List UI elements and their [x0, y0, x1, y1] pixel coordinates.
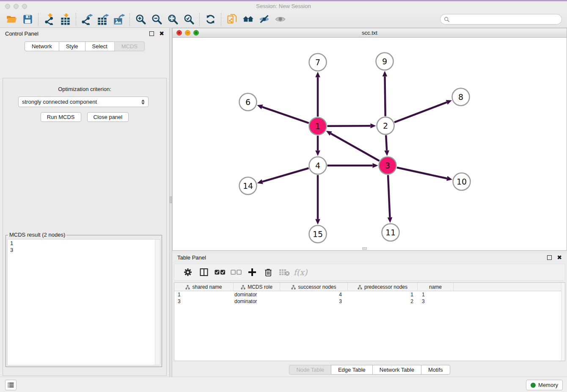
- hide-selected-icon[interactable]: [256, 12, 272, 27]
- memory-button[interactable]: Memory: [526, 380, 563, 390]
- table-row[interactable]: 3dominator323: [174, 298, 565, 305]
- table-cell[interactable]: dominator: [234, 291, 280, 298]
- tab-mcds[interactable]: MCDS: [114, 41, 145, 51]
- zoom-selected-icon[interactable]: [181, 12, 197, 27]
- edge-arrowhead: [373, 163, 378, 168]
- node-table[interactable]: shared nameMCDS rolesuccessor nodesprede…: [174, 282, 565, 361]
- run-mcds-button[interactable]: Run MCDS: [41, 112, 81, 122]
- table-row[interactable]: 1dominator411: [174, 291, 565, 298]
- network-graph: 7968124314101511: [173, 38, 567, 250]
- toolbar-separator: [38, 13, 39, 26]
- list-icon: [8, 382, 14, 388]
- network-window-titlebar[interactable]: × – + scc.txt: [173, 28, 567, 38]
- optimization-criterion-label: Optimization criterion:: [3, 86, 166, 92]
- tab-network[interactable]: Network: [25, 41, 59, 51]
- graph-edge-1-6[interactable]: [262, 107, 309, 123]
- table-panel-title: Table Panel: [177, 254, 206, 261]
- network-canvas[interactable]: 7968124314101511: [173, 38, 567, 250]
- toggle-column-display-icon[interactable]: [197, 265, 211, 279]
- canvas-splitter-handle[interactable]: [362, 247, 367, 250]
- table-cell[interactable]: dominator: [234, 298, 280, 305]
- graph-node-label: 14: [243, 181, 253, 190]
- table-cell[interactable]: 1: [418, 291, 454, 298]
- zoom-fit-icon[interactable]: [165, 12, 181, 27]
- status-menu-button[interactable]: [5, 380, 17, 390]
- zoom-in-icon[interactable]: [132, 12, 149, 27]
- search-input[interactable]: [450, 16, 561, 22]
- control-panel-close-icon[interactable]: ✖: [159, 30, 164, 36]
- mcds-result-item[interactable]: 1: [8, 240, 160, 246]
- edge-arrowhead: [384, 150, 389, 156]
- search-box[interactable]: [440, 14, 562, 25]
- column-header-successor-nodes[interactable]: successor nodes: [280, 283, 348, 291]
- vertical-splitter[interactable]: [169, 28, 172, 377]
- control-panel-float-icon[interactable]: [149, 31, 154, 36]
- graph-edge-3-1[interactable]: [331, 133, 379, 161]
- unselect-all-columns-icon[interactable]: [229, 265, 243, 279]
- add-column-icon[interactable]: [245, 265, 259, 279]
- show-all-icon[interactable]: [240, 12, 256, 27]
- tab-node-table[interactable]: Node Table: [289, 365, 331, 375]
- edge-arrowhead: [370, 123, 376, 128]
- table-panel-float-icon[interactable]: [547, 255, 552, 260]
- app-titlebar: Session: New Session: [0, 1, 567, 11]
- mcds-result-item[interactable]: 3: [8, 246, 160, 253]
- column-header-name[interactable]: name: [418, 283, 454, 291]
- export-image-icon[interactable]: [111, 12, 127, 27]
- table-cell[interactable]: 1: [174, 291, 234, 298]
- save-session-icon[interactable]: [19, 12, 36, 27]
- edge-arrowhead: [315, 219, 320, 225]
- export-table-icon[interactable]: [95, 12, 111, 27]
- column-header-shared-name[interactable]: shared name: [174, 283, 234, 291]
- table-toolbar: f(x): [174, 264, 565, 281]
- zoom-out-icon[interactable]: [149, 12, 165, 27]
- table-cell[interactable]: 3: [174, 298, 234, 305]
- table-cell[interactable]: 3: [418, 298, 454, 305]
- graph-edge-3-10[interactable]: [397, 168, 447, 179]
- clone-network-icon[interactable]: [224, 12, 240, 27]
- mcds-result-list[interactable]: 13: [7, 239, 160, 365]
- column-header-MCDS-role[interactable]: MCDS role: [234, 283, 280, 291]
- close-panel-button[interactable]: Close panel: [87, 112, 129, 122]
- select-all-columns-icon[interactable]: [213, 265, 227, 279]
- table-panel-close-icon[interactable]: ✖: [557, 254, 562, 260]
- splitter-thumb[interactable]: [170, 196, 172, 203]
- delete-column-icon[interactable]: [261, 265, 275, 279]
- graph-node-label: 3: [385, 161, 390, 170]
- tab-network-table[interactable]: Network Table: [372, 365, 421, 375]
- apply-layout-icon[interactable]: [202, 12, 218, 27]
- graph-edge-2-9[interactable]: [385, 76, 385, 116]
- edge-arrowhead: [257, 179, 263, 184]
- graph-edge-2-3[interactable]: [386, 135, 387, 150]
- graph-node-label: 8: [458, 92, 463, 102]
- edge-arrowhead: [315, 72, 320, 77]
- open-session-icon[interactable]: [3, 12, 19, 27]
- import-network-icon[interactable]: [41, 12, 57, 27]
- table-cell[interactable]: 4: [280, 291, 348, 298]
- graph-edge-1-2[interactable]: [327, 126, 370, 126]
- memory-button-label: Memory: [538, 382, 558, 388]
- table-cell[interactable]: 2: [348, 298, 418, 305]
- tab-style[interactable]: Style: [59, 41, 85, 51]
- column-header-predecessor-nodes[interactable]: predecessor nodes: [348, 283, 418, 291]
- optimization-criterion-select[interactable]: strongly connected component: [18, 97, 149, 107]
- export-network-icon[interactable]: [79, 12, 95, 27]
- mcds-panel: Optimization criterion: strongly connect…: [3, 78, 167, 376]
- tab-edge-table[interactable]: Edge Table: [331, 365, 373, 375]
- column-settings-icon[interactable]: [181, 265, 195, 279]
- tab-motifs[interactable]: Motifs: [421, 365, 450, 375]
- table-cell[interactable]: 3: [280, 298, 348, 305]
- graph-edge-4-14[interactable]: [262, 168, 308, 182]
- mcds-result-title: MCDS result (2 nodes): [8, 232, 66, 238]
- import-table-icon[interactable]: [57, 12, 73, 27]
- graph-edge-3-11[interactable]: [388, 175, 390, 217]
- result-scrollbar[interactable]: [155, 240, 160, 365]
- control-panel-tabs: NetworkStyleSelectMCDS: [0, 41, 169, 51]
- toolbar-separator: [221, 13, 221, 26]
- optimization-criterion-value: strongly connected component: [22, 99, 141, 105]
- table-cell[interactable]: 1: [348, 291, 418, 298]
- tab-select[interactable]: Select: [85, 41, 115, 51]
- column-type-icon: [241, 285, 245, 290]
- graph-edge-2-8[interactable]: [394, 102, 447, 122]
- table-scrollbar[interactable]: [561, 283, 565, 361]
